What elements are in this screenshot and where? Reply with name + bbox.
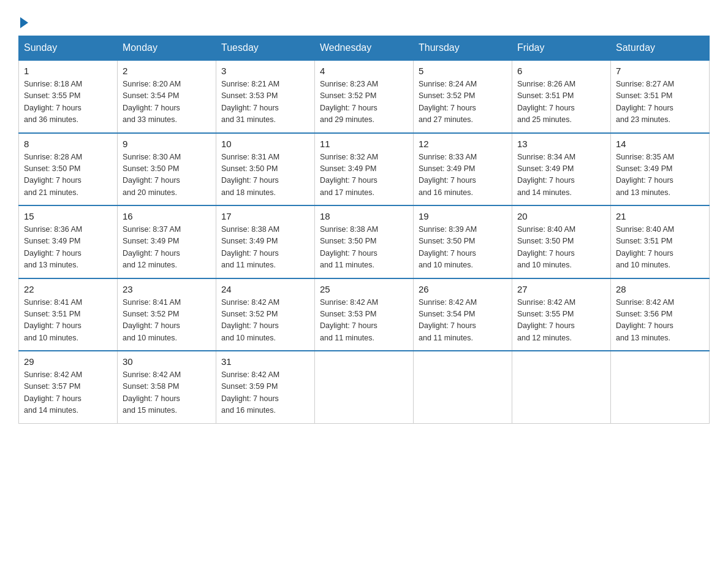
calendar-day-cell: 18 Sunrise: 8:38 AMSunset: 3:50 PMDaylig… [315, 205, 414, 278]
calendar-week-row: 8 Sunrise: 8:28 AMSunset: 3:50 PMDayligh… [19, 133, 710, 206]
day-number: 30 [123, 356, 211, 367]
day-number: 20 [517, 211, 605, 221]
day-number: 24 [221, 284, 309, 294]
day-info: Sunrise: 8:37 AMSunset: 3:49 PMDaylight:… [123, 224, 211, 272]
calendar-day-cell: 3 Sunrise: 8:21 AMSunset: 3:53 PMDayligh… [216, 60, 315, 133]
day-info: Sunrise: 8:30 AMSunset: 3:50 PMDaylight:… [123, 151, 211, 199]
calendar-day-cell: 14 Sunrise: 8:35 AMSunset: 3:49 PMDaylig… [611, 133, 710, 206]
day-number: 23 [123, 284, 211, 294]
day-info: Sunrise: 8:34 AMSunset: 3:49 PMDaylight:… [517, 151, 605, 199]
day-info: Sunrise: 8:40 AMSunset: 3:51 PMDaylight:… [616, 224, 704, 272]
day-number: 1 [24, 66, 112, 76]
calendar-day-cell: 7 Sunrise: 8:27 AMSunset: 3:51 PMDayligh… [611, 60, 710, 133]
day-info: Sunrise: 8:31 AMSunset: 3:50 PMDaylight:… [221, 151, 309, 199]
day-number: 25 [320, 284, 408, 294]
calendar-day-cell: 19 Sunrise: 8:39 AMSunset: 3:50 PMDaylig… [414, 205, 512, 278]
day-number: 9 [123, 139, 211, 149]
calendar-day-cell: 26 Sunrise: 8:42 AMSunset: 3:54 PMDaylig… [414, 278, 512, 351]
day-info: Sunrise: 8:38 AMSunset: 3:49 PMDaylight:… [221, 224, 309, 272]
day-info: Sunrise: 8:42 AMSunset: 3:57 PMDaylight:… [24, 369, 112, 417]
day-info: Sunrise: 8:35 AMSunset: 3:49 PMDaylight:… [616, 151, 704, 199]
day-info: Sunrise: 8:40 AMSunset: 3:50 PMDaylight:… [517, 224, 605, 272]
day-number: 17 [221, 211, 309, 221]
calendar-header-wednesday: Wednesday [315, 36, 414, 61]
calendar-header-saturday: Saturday [611, 36, 710, 61]
calendar-day-cell: 9 Sunrise: 8:30 AMSunset: 3:50 PMDayligh… [118, 133, 216, 206]
calendar-header-sunday: Sunday [19, 36, 118, 61]
calendar-week-row: 15 Sunrise: 8:36 AMSunset: 3:49 PMDaylig… [19, 205, 710, 278]
calendar-day-cell: 20 Sunrise: 8:40 AMSunset: 3:50 PMDaylig… [512, 205, 611, 278]
calendar-day-cell: 16 Sunrise: 8:37 AMSunset: 3:49 PMDaylig… [118, 205, 216, 278]
day-info: Sunrise: 8:42 AMSunset: 3:52 PMDaylight:… [221, 297, 309, 345]
day-number: 15 [24, 211, 112, 221]
day-number: 2 [123, 66, 211, 76]
day-info: Sunrise: 8:42 AMSunset: 3:55 PMDaylight:… [517, 297, 605, 345]
day-number: 14 [616, 139, 704, 149]
day-number: 31 [221, 356, 309, 367]
calendar-day-cell: 15 Sunrise: 8:36 AMSunset: 3:49 PMDaylig… [19, 205, 118, 278]
day-info: Sunrise: 8:42 AMSunset: 3:58 PMDaylight:… [123, 369, 211, 417]
day-info: Sunrise: 8:42 AMSunset: 3:56 PMDaylight:… [616, 297, 704, 345]
day-number: 12 [419, 139, 507, 149]
calendar-week-row: 1 Sunrise: 8:18 AMSunset: 3:55 PMDayligh… [19, 60, 710, 133]
day-info: Sunrise: 8:38 AMSunset: 3:50 PMDaylight:… [320, 224, 408, 272]
calendar-header-thursday: Thursday [414, 36, 512, 61]
calendar-empty-cell [414, 351, 512, 423]
day-number: 18 [320, 211, 408, 221]
day-number: 19 [419, 211, 507, 221]
calendar-empty-cell [315, 351, 414, 423]
day-number: 22 [24, 284, 112, 294]
day-number: 21 [616, 211, 704, 221]
day-number: 13 [517, 139, 605, 149]
day-number: 6 [517, 66, 605, 76]
calendar-empty-cell [611, 351, 710, 423]
day-number: 29 [24, 356, 112, 367]
calendar-day-cell: 6 Sunrise: 8:26 AMSunset: 3:51 PMDayligh… [512, 60, 611, 133]
day-info: Sunrise: 8:33 AMSunset: 3:49 PMDaylight:… [419, 151, 507, 199]
day-info: Sunrise: 8:24 AMSunset: 3:52 PMDaylight:… [419, 79, 507, 126]
calendar-day-cell: 30 Sunrise: 8:42 AMSunset: 3:58 PMDaylig… [118, 351, 216, 423]
day-number: 16 [123, 211, 211, 221]
calendar-day-cell: 21 Sunrise: 8:40 AMSunset: 3:51 PMDaylig… [611, 205, 710, 278]
calendar-day-cell: 5 Sunrise: 8:24 AMSunset: 3:52 PMDayligh… [414, 60, 512, 133]
day-number: 27 [517, 284, 605, 294]
calendar-day-cell: 23 Sunrise: 8:41 AMSunset: 3:52 PMDaylig… [118, 278, 216, 351]
day-number: 11 [320, 139, 408, 149]
calendar-header-monday: Monday [118, 36, 216, 61]
page-header [18, 12, 710, 29]
day-number: 26 [419, 284, 507, 294]
calendar-day-cell: 2 Sunrise: 8:20 AMSunset: 3:54 PMDayligh… [118, 60, 216, 133]
day-number: 5 [419, 66, 507, 76]
day-info: Sunrise: 8:42 AMSunset: 3:59 PMDaylight:… [221, 369, 309, 417]
logo-arrow-icon [20, 17, 28, 28]
day-info: Sunrise: 8:42 AMSunset: 3:54 PMDaylight:… [419, 297, 507, 345]
calendar-day-cell: 1 Sunrise: 8:18 AMSunset: 3:55 PMDayligh… [19, 60, 118, 133]
calendar-header-row: SundayMondayTuesdayWednesdayThursdayFrid… [19, 36, 710, 61]
day-info: Sunrise: 8:42 AMSunset: 3:53 PMDaylight:… [320, 297, 408, 345]
calendar-week-row: 29 Sunrise: 8:42 AMSunset: 3:57 PMDaylig… [19, 351, 710, 423]
calendar-day-cell: 13 Sunrise: 8:34 AMSunset: 3:49 PMDaylig… [512, 133, 611, 206]
calendar-day-cell: 28 Sunrise: 8:42 AMSunset: 3:56 PMDaylig… [611, 278, 710, 351]
calendar-day-cell: 11 Sunrise: 8:32 AMSunset: 3:49 PMDaylig… [315, 133, 414, 206]
calendar-day-cell: 4 Sunrise: 8:23 AMSunset: 3:52 PMDayligh… [315, 60, 414, 133]
day-info: Sunrise: 8:27 AMSunset: 3:51 PMDaylight:… [616, 79, 704, 126]
logo [18, 17, 28, 29]
calendar-day-cell: 29 Sunrise: 8:42 AMSunset: 3:57 PMDaylig… [19, 351, 118, 423]
day-info: Sunrise: 8:39 AMSunset: 3:50 PMDaylight:… [419, 224, 507, 272]
calendar-empty-cell [512, 351, 611, 423]
day-info: Sunrise: 8:41 AMSunset: 3:51 PMDaylight:… [24, 297, 112, 345]
calendar-day-cell: 22 Sunrise: 8:41 AMSunset: 3:51 PMDaylig… [19, 278, 118, 351]
day-info: Sunrise: 8:20 AMSunset: 3:54 PMDaylight:… [123, 79, 211, 126]
day-number: 7 [616, 66, 704, 76]
day-number: 3 [221, 66, 309, 76]
day-info: Sunrise: 8:23 AMSunset: 3:52 PMDaylight:… [320, 79, 408, 126]
day-info: Sunrise: 8:28 AMSunset: 3:50 PMDaylight:… [24, 151, 112, 199]
calendar-day-cell: 25 Sunrise: 8:42 AMSunset: 3:53 PMDaylig… [315, 278, 414, 351]
day-number: 8 [24, 139, 112, 149]
calendar-week-row: 22 Sunrise: 8:41 AMSunset: 3:51 PMDaylig… [19, 278, 710, 351]
calendar-day-cell: 17 Sunrise: 8:38 AMSunset: 3:49 PMDaylig… [216, 205, 315, 278]
day-number: 4 [320, 66, 408, 76]
calendar-day-cell: 12 Sunrise: 8:33 AMSunset: 3:49 PMDaylig… [414, 133, 512, 206]
day-info: Sunrise: 8:32 AMSunset: 3:49 PMDaylight:… [320, 151, 408, 199]
day-info: Sunrise: 8:41 AMSunset: 3:52 PMDaylight:… [123, 297, 211, 345]
